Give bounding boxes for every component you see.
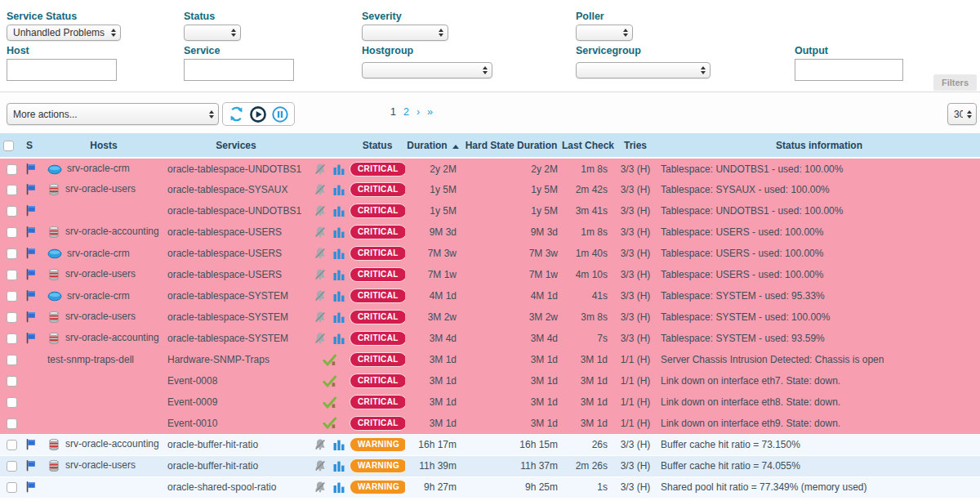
row-checkbox[interactable] xyxy=(7,312,17,323)
notifications-disabled-icon xyxy=(314,226,327,239)
col-hard-state-duration[interactable]: Hard State Duration xyxy=(461,133,562,158)
status-badge: CRITICAL xyxy=(350,246,405,261)
row-checkbox[interactable] xyxy=(7,270,17,280)
row-checkbox[interactable] xyxy=(7,461,17,472)
row-checkbox[interactable] xyxy=(7,206,17,217)
host-name[interactable]: srv-oracle-accounting xyxy=(65,226,159,237)
service-name[interactable]: Event-0009 xyxy=(167,396,217,408)
service-name[interactable]: Event-0008 xyxy=(167,375,217,387)
host-name[interactable]: srv-oracle-crm xyxy=(67,163,130,174)
host-name[interactable]: srv-oracle-crm xyxy=(67,248,130,259)
page-size-select[interactable]: 30 xyxy=(947,103,977,125)
last-check-cell: 2m 42s xyxy=(562,179,612,200)
row-checkbox[interactable] xyxy=(7,291,17,302)
host-name[interactable]: srv-oracle-crm xyxy=(67,290,130,302)
table-row: oracle-tablespace-UNDOTBS1CRITICAL1y 5M1… xyxy=(0,200,980,221)
graph-icon[interactable] xyxy=(333,226,345,238)
graph-icon[interactable] xyxy=(333,205,345,217)
row-checkbox[interactable] xyxy=(7,376,17,387)
refresh-icon[interactable] xyxy=(228,105,245,123)
row-checkbox[interactable] xyxy=(7,227,17,238)
row-checkbox[interactable] xyxy=(7,248,17,259)
col-tries[interactable]: Tries xyxy=(612,133,658,158)
graph-icon[interactable] xyxy=(333,311,345,323)
select-all-checkbox[interactable] xyxy=(3,141,14,151)
last-page-icon[interactable]: » xyxy=(427,106,433,118)
row-checkbox[interactable] xyxy=(7,333,17,344)
service-input[interactable] xyxy=(184,59,294,81)
play-icon[interactable] xyxy=(249,105,267,123)
host-name[interactable]: srv-oracle-users xyxy=(65,183,136,195)
output-input[interactable] xyxy=(795,59,903,81)
host-name[interactable]: srv-oracle-users xyxy=(65,459,136,471)
servicegroup-select[interactable] xyxy=(576,62,710,78)
row-checkbox[interactable] xyxy=(7,482,17,493)
row-checkbox[interactable] xyxy=(7,355,17,365)
tries-cell: 3/3 (H) xyxy=(612,158,658,179)
col-s[interactable]: S xyxy=(23,133,44,158)
service-name[interactable]: oracle-tablespace-SYSTEM xyxy=(167,290,288,302)
service-name[interactable]: Hardware-SNMP-Traps xyxy=(167,354,270,365)
passive-check-icon xyxy=(323,375,336,387)
host-name[interactable]: srv-oracle-accounting xyxy=(65,438,159,450)
more-actions-select[interactable]: More actions... xyxy=(7,103,219,125)
col-status[interactable]: Status xyxy=(350,133,405,158)
graph-icon[interactable] xyxy=(333,269,345,280)
row-checkbox[interactable] xyxy=(7,397,17,408)
row-checkbox[interactable] xyxy=(7,418,17,429)
host-input[interactable] xyxy=(7,59,117,81)
service-name[interactable]: oracle-tablespace-SYSAUX xyxy=(167,184,287,195)
service-status-select[interactable]: Unhandled Problems xyxy=(7,25,121,41)
select-arrows-icon xyxy=(967,110,972,119)
page-2-link[interactable]: 2 xyxy=(403,106,409,118)
graph-icon[interactable] xyxy=(333,248,345,259)
table-row: srv-oracle-accountingoracle-tablespace-S… xyxy=(0,328,980,349)
graph-icon[interactable] xyxy=(333,460,345,472)
col-status-information[interactable]: Status information xyxy=(658,133,980,158)
graph-icon[interactable] xyxy=(333,439,345,450)
graph-icon[interactable] xyxy=(333,290,345,302)
col-hosts[interactable]: Hosts xyxy=(44,133,163,158)
tries-cell: 3/3 (H) xyxy=(612,285,658,306)
row-checkbox[interactable] xyxy=(7,440,17,450)
row-checkbox[interactable] xyxy=(7,164,17,175)
service-name[interactable]: oracle-shared-spool-ratio xyxy=(167,481,276,493)
host-name[interactable]: srv-oracle-users xyxy=(65,268,136,280)
poller-select[interactable] xyxy=(576,25,633,41)
graph-icon[interactable] xyxy=(333,481,345,493)
pause-icon[interactable] xyxy=(271,105,289,123)
passive-check-icon xyxy=(323,396,336,409)
host-name[interactable]: srv-oracle-users xyxy=(65,311,136,322)
graph-icon[interactable] xyxy=(333,333,345,344)
flag-icon xyxy=(24,481,44,494)
passive-check-icon xyxy=(323,354,336,366)
duration-cell: 16h 17m xyxy=(405,434,461,455)
filters-button[interactable]: Filters xyxy=(933,74,977,91)
service-name[interactable]: oracle-buffer-hit-ratio xyxy=(167,460,258,472)
col-duration[interactable]: Duration xyxy=(405,133,461,158)
service-name[interactable]: oracle-buffer-hit-ratio xyxy=(167,439,258,450)
graph-icon[interactable] xyxy=(333,163,345,175)
col-last-check[interactable]: Last Check xyxy=(562,133,612,158)
service-name[interactable]: Event-0010 xyxy=(167,418,217,429)
service-name[interactable]: oracle-tablespace-USERS xyxy=(167,248,282,259)
service-name[interactable]: oracle-tablespace-USERS xyxy=(167,226,282,238)
host-name[interactable]: srv-oracle-accounting xyxy=(65,332,159,343)
host-name[interactable]: test-snmp-traps-dell xyxy=(47,354,134,365)
col-services[interactable]: Services xyxy=(163,133,309,158)
flag-icon xyxy=(24,163,44,176)
status-select[interactable] xyxy=(184,25,241,41)
hard-state-duration-cell: 7M 3w xyxy=(461,243,562,264)
service-name[interactable]: oracle-tablespace-USERS xyxy=(167,269,282,280)
severity-select[interactable] xyxy=(362,25,448,41)
select-arrows-icon xyxy=(701,66,706,74)
service-name[interactable]: oracle-tablespace-UNDOTBS1 xyxy=(167,205,301,217)
graph-icon[interactable] xyxy=(333,184,345,195)
service-name[interactable]: oracle-tablespace-SYSTEM xyxy=(167,333,288,344)
row-checkbox[interactable] xyxy=(7,185,17,195)
service-name[interactable]: oracle-tablespace-UNDOTBS1 xyxy=(167,163,301,175)
service-name[interactable]: oracle-tablespace-SYSTEM xyxy=(167,311,288,323)
hostgroup-select[interactable] xyxy=(362,62,492,78)
tries-cell: 1/1 (H) xyxy=(612,370,658,391)
next-page-icon[interactable]: › xyxy=(416,106,420,118)
